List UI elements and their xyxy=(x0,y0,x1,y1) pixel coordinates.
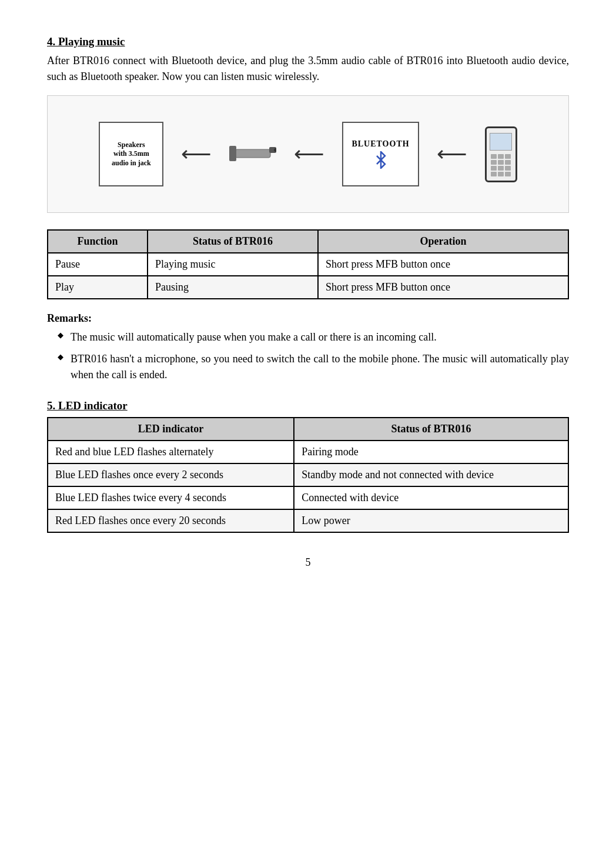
remarks-list: The music will automatically pause when … xyxy=(47,329,569,383)
arrow-left2-icon: ⟵ xyxy=(437,142,467,166)
remarks-title: Remarks: xyxy=(47,312,569,325)
led-row4-indicator: Red LED flashes once every 20 seconds xyxy=(48,509,294,532)
arrow-right-icon: ⟵ xyxy=(294,142,324,166)
col-led-indicator: LED indicator xyxy=(48,418,294,441)
bluetooth-icon xyxy=(372,151,390,169)
led-row3-status: Connected with device xyxy=(294,486,568,509)
arrow-left-icon: ⟵ xyxy=(181,142,212,166)
page-number: 5 xyxy=(47,556,569,569)
col-status: Status of BTR016 xyxy=(148,230,318,253)
section-4-title: 4. Playing music xyxy=(47,35,569,48)
led-row2-status: Standby mode and not connected with devi… xyxy=(294,463,568,486)
section-5-heading: 5. LED indicator xyxy=(47,399,569,412)
led-row2-indicator: Blue LED flashes once every 2 seconds xyxy=(48,463,294,486)
row1-status: Playing music xyxy=(148,253,318,276)
phone-shape xyxy=(485,126,517,182)
section-5-table: LED indicator Status of BTR016 Red and b… xyxy=(47,417,569,533)
svg-rect-0 xyxy=(235,149,270,158)
led-row3-indicator: Blue LED flashes twice every 4 seconds xyxy=(48,486,294,509)
table-row: Red and blue LED flashes alternately Pai… xyxy=(48,441,568,463)
section-5: 5. LED indicator LED indicator Status of… xyxy=(47,399,569,533)
speaker-box: Speakerswith 3.5mmaudio in jack xyxy=(99,122,163,186)
section-4-diagram: Speakerswith 3.5mmaudio in jack ⟵ ⟵ BLUE… xyxy=(47,95,569,213)
remarks-section: Remarks: The music will automatically pa… xyxy=(47,312,569,383)
col-status-btr016: Status of BTR016 xyxy=(294,418,568,441)
table-row: Pause Playing music Short press MFB butt… xyxy=(48,253,568,276)
led-row4-status: Low power xyxy=(294,509,568,532)
table-row: Blue LED flashes twice every 4 seconds C… xyxy=(48,486,568,509)
list-item: The music will automatically pause when … xyxy=(58,329,569,345)
col-function: Function xyxy=(48,230,148,253)
phone-screen xyxy=(490,133,512,151)
phone-keypad xyxy=(491,154,511,176)
svg-rect-1 xyxy=(229,146,236,161)
bluetooth-box: BLUETOOTH xyxy=(342,122,419,186)
speaker-label: Speakerswith 3.5mmaudio in jack xyxy=(112,141,151,168)
cable-svg xyxy=(229,136,276,172)
section-4: 4. Playing music After BTR016 connect wi… xyxy=(47,35,569,383)
led-row1-status: Pairing mode xyxy=(294,441,568,463)
row2-function: Play xyxy=(48,276,148,299)
phone-diagram xyxy=(485,126,517,182)
section-4-intro: After BTR016 connect with Bluetooth devi… xyxy=(47,53,569,85)
section-4-table: Function Status of BTR016 Operation Paus… xyxy=(47,229,569,299)
row1-operation: Short press MFB button once xyxy=(318,253,568,276)
table-row: Play Pausing Short press MFB button once xyxy=(48,276,568,299)
row2-status: Pausing xyxy=(148,276,318,299)
row2-operation: Short press MFB button once xyxy=(318,276,568,299)
list-item: BTR016 hasn't a microphone, so you need … xyxy=(58,351,569,383)
cable-diagram xyxy=(229,136,276,172)
row1-function: Pause xyxy=(48,253,148,276)
table-row: Blue LED flashes once every 2 seconds St… xyxy=(48,463,568,486)
section-5-title: 5. LED indicator xyxy=(47,399,128,412)
bluetooth-label: BLUETOOTH xyxy=(351,139,409,149)
table-row: Red LED flashes once every 20 seconds Lo… xyxy=(48,509,568,532)
led-row1-indicator: Red and blue LED flashes alternately xyxy=(48,441,294,463)
col-operation: Operation xyxy=(318,230,568,253)
